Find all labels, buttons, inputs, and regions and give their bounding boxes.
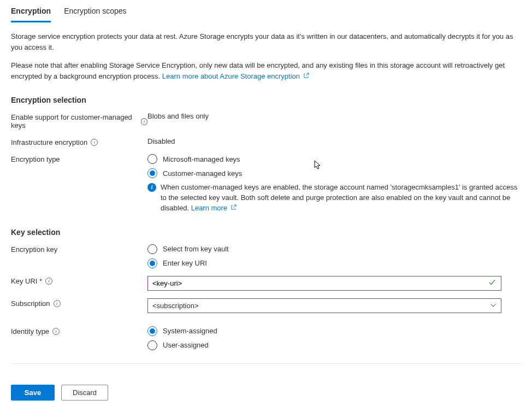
radio-icon — [147, 326, 157, 336]
section-encryption-selection: Encryption selection — [11, 96, 521, 104]
identity-type-radio-group: System-assigned User-assigned — [147, 326, 521, 350]
infra-encryption-label: Infrastructure encryption i — [11, 137, 147, 146]
radio-icon — [147, 154, 157, 164]
info-filled-icon: i — [147, 183, 156, 192]
info-icon[interactable]: i — [91, 139, 98, 146]
radio-microsoft-managed[interactable]: Microsoft-managed keys — [147, 154, 521, 164]
cmk-support-label: Enable support for customer-managed keys… — [11, 112, 147, 129]
external-link-icon — [303, 72, 309, 80]
tab-bar: Encryption Encryption scopes — [0, 0, 532, 22]
subscription-value: <subscription> — [152, 302, 199, 310]
radio-uri-label: Enter key URI — [163, 259, 207, 267]
tab-encryption[interactable]: Encryption — [11, 7, 51, 22]
encryption-key-radio-group: Select from key vault Enter key URI — [147, 244, 521, 268]
radio-customer-label: Customer-managed keys — [163, 169, 242, 178]
key-uri-input[interactable] — [147, 276, 501, 291]
infra-encryption-value: Disabled — [147, 137, 521, 145]
radio-system-label: System-assigned — [163, 327, 217, 335]
cmk-support-value: Blobs and files only — [147, 112, 521, 120]
encryption-key-label: Encryption key — [11, 244, 147, 254]
radio-vault-label: Select from key vault — [163, 245, 229, 253]
radio-icon — [147, 244, 157, 254]
required-indicator: * — [39, 277, 42, 285]
key-uri-label-text: Key URI — [11, 277, 37, 285]
description-1: Storage service encryption protects your… — [11, 31, 521, 52]
divider — [11, 363, 521, 364]
section-key-selection: Key selection — [11, 228, 521, 237]
radio-icon — [147, 258, 157, 268]
cmk-info-callout: i When customer-managed keys are enabled… — [147, 182, 521, 214]
tab-encryption-scopes[interactable]: Encryption scopes — [64, 7, 126, 22]
radio-microsoft-label: Microsoft-managed keys — [163, 155, 240, 163]
subscription-label: Subscription i — [11, 298, 147, 308]
info-icon[interactable]: i — [52, 328, 60, 335]
info-icon[interactable]: i — [54, 300, 61, 307]
infra-encryption-label-text: Infrastructure encryption — [11, 138, 87, 146]
cmk-learn-more-link[interactable]: Learn more — [191, 204, 237, 212]
description-2: Please note that after enabling Storage … — [11, 60, 521, 81]
radio-icon — [147, 168, 157, 178]
identity-type-label: Identity type i — [11, 326, 147, 335]
chevron-down-icon — [490, 302, 496, 309]
key-uri-label: Key URI * i — [11, 276, 147, 285]
learn-more-storage-encryption-link[interactable]: Learn more about Azure Storage encryptio… — [162, 72, 309, 80]
subscription-select[interactable]: <subscription> — [147, 298, 501, 313]
save-button[interactable]: Save — [11, 385, 55, 401]
encryption-type-radio-group: Microsoft-managed keys Customer-managed … — [147, 154, 521, 178]
footer-actions: Save Discard — [0, 385, 532, 411]
radio-user-label: User-assigned — [163, 341, 209, 349]
cmk-support-label-text: Enable support for customer-managed keys — [11, 113, 138, 129]
identity-type-label-text: Identity type — [11, 327, 49, 335]
radio-icon — [147, 340, 157, 350]
check-icon — [488, 279, 496, 288]
info-icon[interactable]: i — [141, 118, 147, 125]
radio-enter-key-uri[interactable]: Enter key URI — [147, 258, 521, 268]
cmk-learn-more-text: Learn more — [191, 204, 227, 212]
learn-more-storage-encryption-text: Learn more about Azure Storage encryptio… — [162, 72, 300, 80]
radio-select-from-vault[interactable]: Select from key vault — [147, 244, 521, 254]
radio-customer-managed[interactable]: Customer-managed keys — [147, 168, 521, 178]
info-icon[interactable]: i — [45, 278, 52, 285]
encryption-type-label: Encryption type — [11, 154, 147, 163]
discard-button[interactable]: Discard — [61, 385, 108, 401]
radio-user-assigned[interactable]: User-assigned — [147, 340, 521, 350]
subscription-label-text: Subscription — [11, 299, 50, 308]
external-link-icon — [230, 204, 237, 212]
radio-system-assigned[interactable]: System-assigned — [147, 326, 521, 336]
